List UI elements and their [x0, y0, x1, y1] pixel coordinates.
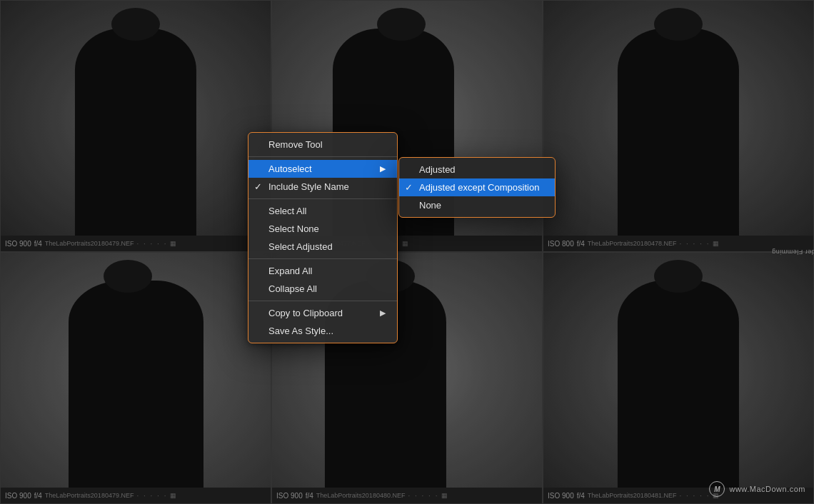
submenu-item-adjusted-except-composition[interactable]: ✓ Adjusted except Composition — [399, 178, 555, 196]
menu-item-autoselect[interactable]: Autoselect ▶ Adjusted ✓ Adjusted except … — [248, 160, 397, 178]
photo-cell-4[interactable]: ISO 900 f/4 TheLabPortraits20180479.NEF … — [0, 252, 271, 504]
menu-separator-2 — [248, 198, 397, 199]
photo-cell-1[interactable]: ISO 900 f/4 TheLabPortraits20180479.NEF … — [0, 0, 271, 252]
photo-image-6 — [543, 253, 813, 488]
menu-item-select-all[interactable]: Select All — [248, 202, 397, 220]
menu-item-remove-tool[interactable]: Remove Tool — [248, 136, 397, 153]
context-menu: Remove Tool Autoselect ▶ Adjusted ✓ Adju… — [248, 132, 398, 343]
submenu-item-none[interactable]: None — [399, 196, 555, 214]
photo-grid: ISO 900 f/4 TheLabPortraits20180479.NEF … — [0, 0, 814, 504]
photo-image-3 — [543, 1, 813, 236]
menu-item-include-style-name[interactable]: ✓ Include Style Name — [248, 178, 397, 196]
menu-separator-3 — [248, 258, 397, 259]
watermark-text: www.MacDown.com — [729, 485, 805, 493]
submenu-arrow-icon: ▶ — [380, 164, 386, 173]
watermark-logo: M — [709, 481, 725, 497]
menu-item-select-adjusted[interactable]: Select Adjusted — [248, 238, 397, 256]
menu-item-select-none[interactable]: Select None — [248, 220, 397, 238]
photo-cell-3[interactable]: ISO 800 f/4 TheLabPortraits20180478.NEF … — [543, 0, 814, 252]
photo-meta-4: ISO 900 f/4 TheLabPortraits20180479.NEF … — [1, 488, 271, 503]
submenu-item-adjusted[interactable]: Adjusted — [399, 161, 555, 178]
menu-item-expand-all[interactable]: Expand All — [248, 262, 397, 280]
photo-image-1 — [1, 1, 271, 236]
checkmark-include-icon: ✓ — [254, 181, 262, 192]
copy-arrow-icon: ▶ — [380, 308, 386, 318]
menu-separator-1 — [248, 156, 397, 157]
side-label: © Alexander Flemming — [772, 248, 814, 256]
autoselect-submenu: Adjusted ✓ Adjusted except Composition N… — [398, 157, 556, 218]
photo-meta-1: ISO 900 f/4 TheLabPortraits20180479.NEF … — [1, 236, 271, 251]
photo-image-4 — [1, 253, 271, 488]
watermark: M www.MacDown.com — [709, 481, 805, 497]
photo-meta-5: ISO 900 f/4 TheLabPortraits20180480.NEF … — [272, 488, 542, 503]
menu-item-copy-to-clipboard[interactable]: Copy to Clipboard ▶ — [248, 304, 397, 322]
menu-item-collapse-all[interactable]: Collapse All — [248, 280, 397, 298]
photo-cell-6[interactable]: ISO 900 f/4 TheLabPortraits20180481.NEF … — [543, 252, 814, 504]
menu-separator-4 — [248, 301, 397, 301]
checkmark-icon: ✓ — [405, 182, 413, 193]
menu-item-save-as-style[interactable]: Save As Style... — [248, 322, 397, 340]
